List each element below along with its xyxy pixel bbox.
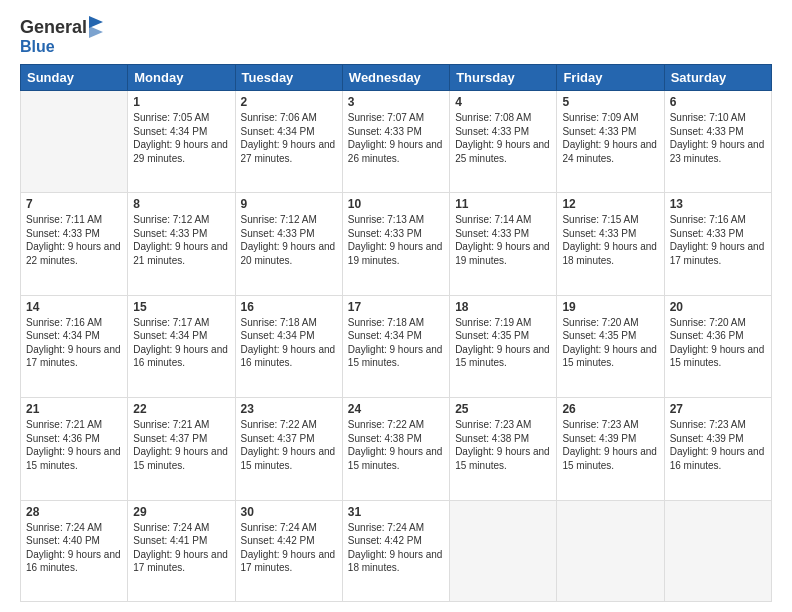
cell-info: Sunrise: 7:12 AMSunset: 4:33 PMDaylight:… — [241, 213, 337, 267]
calendar-table: SundayMondayTuesdayWednesdayThursdayFrid… — [20, 64, 772, 602]
cell-info: Sunrise: 7:17 AMSunset: 4:34 PMDaylight:… — [133, 316, 229, 370]
cell-info: Sunrise: 7:16 AMSunset: 4:34 PMDaylight:… — [26, 316, 122, 370]
cell-info: Sunrise: 7:12 AMSunset: 4:33 PMDaylight:… — [133, 213, 229, 267]
calendar-cell: 31Sunrise: 7:24 AMSunset: 4:42 PMDayligh… — [342, 500, 449, 601]
cell-info: Sunrise: 7:20 AMSunset: 4:36 PMDaylight:… — [670, 316, 766, 370]
col-header-monday: Monday — [128, 65, 235, 91]
header: General Blue — [20, 16, 772, 56]
day-number: 26 — [562, 402, 658, 416]
cell-info: Sunrise: 7:06 AMSunset: 4:34 PMDaylight:… — [241, 111, 337, 165]
day-number: 24 — [348, 402, 444, 416]
day-number: 11 — [455, 197, 551, 211]
day-number: 14 — [26, 300, 122, 314]
calendar-cell: 8Sunrise: 7:12 AMSunset: 4:33 PMDaylight… — [128, 193, 235, 295]
calendar-cell: 28Sunrise: 7:24 AMSunset: 4:40 PMDayligh… — [21, 500, 128, 601]
cell-info: Sunrise: 7:21 AMSunset: 4:36 PMDaylight:… — [26, 418, 122, 472]
day-number: 12 — [562, 197, 658, 211]
col-header-sunday: Sunday — [21, 65, 128, 91]
day-number: 8 — [133, 197, 229, 211]
calendar-cell: 4Sunrise: 7:08 AMSunset: 4:33 PMDaylight… — [450, 91, 557, 193]
calendar-cell: 11Sunrise: 7:14 AMSunset: 4:33 PMDayligh… — [450, 193, 557, 295]
calendar-cell — [664, 500, 771, 601]
calendar-cell: 16Sunrise: 7:18 AMSunset: 4:34 PMDayligh… — [235, 295, 342, 397]
calendar-cell — [557, 500, 664, 601]
day-number: 4 — [455, 95, 551, 109]
cell-info: Sunrise: 7:19 AMSunset: 4:35 PMDaylight:… — [455, 316, 551, 370]
calendar-cell: 18Sunrise: 7:19 AMSunset: 4:35 PMDayligh… — [450, 295, 557, 397]
logo-flag-icon — [89, 16, 103, 38]
calendar-cell: 30Sunrise: 7:24 AMSunset: 4:42 PMDayligh… — [235, 500, 342, 601]
calendar-cell: 3Sunrise: 7:07 AMSunset: 4:33 PMDaylight… — [342, 91, 449, 193]
page: General Blue SundayMondayTuesdayWednesda… — [0, 0, 792, 612]
svg-marker-0 — [89, 16, 103, 28]
day-number: 22 — [133, 402, 229, 416]
day-number: 6 — [670, 95, 766, 109]
cell-info: Sunrise: 7:24 AMSunset: 4:42 PMDaylight:… — [241, 521, 337, 575]
calendar-cell: 23Sunrise: 7:22 AMSunset: 4:37 PMDayligh… — [235, 398, 342, 500]
day-number: 7 — [26, 197, 122, 211]
calendar-cell: 10Sunrise: 7:13 AMSunset: 4:33 PMDayligh… — [342, 193, 449, 295]
calendar-cell: 29Sunrise: 7:24 AMSunset: 4:41 PMDayligh… — [128, 500, 235, 601]
calendar-cell: 13Sunrise: 7:16 AMSunset: 4:33 PMDayligh… — [664, 193, 771, 295]
day-number: 30 — [241, 505, 337, 519]
svg-marker-1 — [89, 26, 103, 38]
cell-info: Sunrise: 7:23 AMSunset: 4:39 PMDaylight:… — [562, 418, 658, 472]
day-number: 5 — [562, 95, 658, 109]
cell-info: Sunrise: 7:16 AMSunset: 4:33 PMDaylight:… — [670, 213, 766, 267]
day-number: 3 — [348, 95, 444, 109]
day-number: 23 — [241, 402, 337, 416]
logo-general: General — [20, 17, 87, 38]
calendar-cell — [450, 500, 557, 601]
day-number: 10 — [348, 197, 444, 211]
logo: General Blue — [20, 16, 103, 56]
day-number: 17 — [348, 300, 444, 314]
calendar-cell: 25Sunrise: 7:23 AMSunset: 4:38 PMDayligh… — [450, 398, 557, 500]
day-number: 16 — [241, 300, 337, 314]
cell-info: Sunrise: 7:11 AMSunset: 4:33 PMDaylight:… — [26, 213, 122, 267]
col-header-thursday: Thursday — [450, 65, 557, 91]
day-number: 21 — [26, 402, 122, 416]
day-number: 2 — [241, 95, 337, 109]
day-number: 27 — [670, 402, 766, 416]
cell-info: Sunrise: 7:09 AMSunset: 4:33 PMDaylight:… — [562, 111, 658, 165]
col-header-wednesday: Wednesday — [342, 65, 449, 91]
col-header-friday: Friday — [557, 65, 664, 91]
calendar-cell — [21, 91, 128, 193]
day-number: 31 — [348, 505, 444, 519]
logo-blue: Blue — [20, 38, 55, 55]
cell-info: Sunrise: 7:08 AMSunset: 4:33 PMDaylight:… — [455, 111, 551, 165]
calendar-cell: 15Sunrise: 7:17 AMSunset: 4:34 PMDayligh… — [128, 295, 235, 397]
day-number: 19 — [562, 300, 658, 314]
calendar-cell: 27Sunrise: 7:23 AMSunset: 4:39 PMDayligh… — [664, 398, 771, 500]
day-number: 1 — [133, 95, 229, 109]
day-number: 15 — [133, 300, 229, 314]
day-number: 28 — [26, 505, 122, 519]
col-header-saturday: Saturday — [664, 65, 771, 91]
cell-info: Sunrise: 7:15 AMSunset: 4:33 PMDaylight:… — [562, 213, 658, 267]
cell-info: Sunrise: 7:24 AMSunset: 4:40 PMDaylight:… — [26, 521, 122, 575]
cell-info: Sunrise: 7:13 AMSunset: 4:33 PMDaylight:… — [348, 213, 444, 267]
calendar-cell: 14Sunrise: 7:16 AMSunset: 4:34 PMDayligh… — [21, 295, 128, 397]
cell-info: Sunrise: 7:20 AMSunset: 4:35 PMDaylight:… — [562, 316, 658, 370]
cell-info: Sunrise: 7:05 AMSunset: 4:34 PMDaylight:… — [133, 111, 229, 165]
col-header-tuesday: Tuesday — [235, 65, 342, 91]
calendar-cell: 26Sunrise: 7:23 AMSunset: 4:39 PMDayligh… — [557, 398, 664, 500]
cell-info: Sunrise: 7:10 AMSunset: 4:33 PMDaylight:… — [670, 111, 766, 165]
calendar-cell: 21Sunrise: 7:21 AMSunset: 4:36 PMDayligh… — [21, 398, 128, 500]
cell-info: Sunrise: 7:23 AMSunset: 4:39 PMDaylight:… — [670, 418, 766, 472]
calendar-cell: 9Sunrise: 7:12 AMSunset: 4:33 PMDaylight… — [235, 193, 342, 295]
cell-info: Sunrise: 7:23 AMSunset: 4:38 PMDaylight:… — [455, 418, 551, 472]
calendar-cell: 6Sunrise: 7:10 AMSunset: 4:33 PMDaylight… — [664, 91, 771, 193]
calendar-cell: 5Sunrise: 7:09 AMSunset: 4:33 PMDaylight… — [557, 91, 664, 193]
cell-info: Sunrise: 7:14 AMSunset: 4:33 PMDaylight:… — [455, 213, 551, 267]
calendar-cell: 19Sunrise: 7:20 AMSunset: 4:35 PMDayligh… — [557, 295, 664, 397]
cell-info: Sunrise: 7:22 AMSunset: 4:37 PMDaylight:… — [241, 418, 337, 472]
cell-info: Sunrise: 7:07 AMSunset: 4:33 PMDaylight:… — [348, 111, 444, 165]
calendar-cell: 20Sunrise: 7:20 AMSunset: 4:36 PMDayligh… — [664, 295, 771, 397]
calendar-cell: 7Sunrise: 7:11 AMSunset: 4:33 PMDaylight… — [21, 193, 128, 295]
cell-info: Sunrise: 7:18 AMSunset: 4:34 PMDaylight:… — [241, 316, 337, 370]
cell-info: Sunrise: 7:21 AMSunset: 4:37 PMDaylight:… — [133, 418, 229, 472]
cell-info: Sunrise: 7:18 AMSunset: 4:34 PMDaylight:… — [348, 316, 444, 370]
calendar-cell: 2Sunrise: 7:06 AMSunset: 4:34 PMDaylight… — [235, 91, 342, 193]
day-number: 18 — [455, 300, 551, 314]
